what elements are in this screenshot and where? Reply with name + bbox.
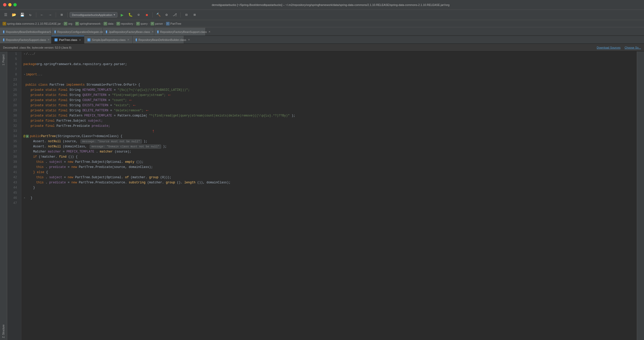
code-line-30: private static final Pattern PREFIX_TEMP…	[23, 113, 637, 118]
decompile-info: Decompiled .class file, bytecode version…	[3, 46, 597, 49]
import-ellipsis: ...	[37, 72, 43, 77]
line-num-39: 39	[7, 159, 19, 165]
chevron-down-icon: ▾	[114, 13, 115, 16]
eq-37: =	[63, 150, 66, 154]
build-icon[interactable]: 🔨	[155, 11, 162, 19]
sync-icon[interactable]: ↻	[27, 11, 34, 19]
breadcrumb-query-label: query	[141, 22, 148, 25]
code-line-46: ▸ }	[23, 195, 637, 201]
code-line-45	[23, 190, 637, 195]
tab-icon3: C	[106, 30, 107, 33]
download-sources-link[interactable]: Download Sources	[597, 46, 620, 49]
run-configuration[interactable]: DemodbjpastarbucksApplication ▾	[70, 12, 117, 17]
breadcrumb-parser[interactable]: P parser	[151, 22, 163, 25]
tab-repository-config-delegate[interactable]: C RepositoryConfigurationDelegate.class …	[51, 28, 103, 35]
sep7: ›	[164, 22, 165, 25]
tab-icon1: C	[3, 30, 4, 33]
tab-close7[interactable]: ✕	[127, 38, 129, 41]
code-line-23	[23, 77, 637, 82]
fold-icon-1[interactable]: ▸	[23, 51, 26, 57]
kw-private-26: private static final	[31, 93, 69, 97]
breadcrumb-springframework[interactable]: P springframework	[75, 22, 100, 25]
code-line-42: this . subject = new PartTree.Subject(Op…	[23, 175, 637, 180]
tab-label3: JpaRepositoryFactoryBean.class	[109, 30, 150, 33]
str-keyword: "(%s)(?=(\\p{Lu}|\\P{InBASIC_LATIN}))";	[117, 88, 190, 92]
tab-jpa-factory-bean[interactable]: C JpaRepositoryFactoryBean.class ✕	[103, 28, 154, 35]
breadcrumb-jar[interactable]: J spring-data-commons-2.1.10.RELEASE.jar	[3, 22, 61, 25]
close-42: (0)));	[160, 176, 171, 179]
jar-icon: J	[3, 22, 6, 25]
tab-label2: RepositoryConfigurationDelegate.class	[57, 30, 106, 33]
kw-new-42: new	[68, 176, 75, 179]
brace-close-46: }	[31, 196, 32, 200]
breadcrumb-repository[interactable]: P repository	[116, 22, 133, 25]
comma-34: ,	[80, 134, 82, 139]
minimize-button[interactable]	[8, 3, 12, 6]
line-num-43: 43	[7, 180, 19, 185]
git-icon[interactable]: ⎇	[171, 11, 178, 19]
terminal-icon[interactable]: ⊟	[183, 11, 190, 19]
fold-icon-46[interactable]: ▸	[23, 195, 26, 201]
tab-close8[interactable]: ✕	[188, 38, 190, 41]
project-panel-tab[interactable]: 1: Project	[1, 52, 6, 67]
tab-simple-jpa[interactable]: C SimpleJpaRepository.class ✕	[84, 36, 133, 43]
str-prefix: "^(find|read|get|query|stream|count|exis…	[149, 114, 290, 118]
tab-factory-bean-support[interactable]: C RepositoryFactoryBeanSupport.class ✕	[154, 28, 206, 35]
method-of: of	[125, 176, 129, 179]
tab-repository-bean-definition[interactable]: C RepositoryBeanDefinitionRegistrarSuppo…	[0, 28, 51, 35]
forward-icon[interactable]: →	[47, 11, 54, 19]
fold-icon-8[interactable]: ▸	[23, 72, 26, 77]
save-all-icon[interactable]: 💾	[19, 11, 26, 19]
if-close: ()) {	[68, 155, 78, 159]
tab-close6[interactable]: ✕	[79, 39, 81, 41]
structure-icon[interactable]: ⊞	[58, 11, 65, 19]
tab-bean-definition-builder[interactable]: C RepositoryBeanDefinitionBuilder.class …	[133, 36, 184, 43]
close-button[interactable]	[3, 3, 6, 6]
tab-factory-support[interactable]: C RepositoryFactorySupport.class ✕	[0, 36, 51, 43]
breadcrumb-org[interactable]: P org	[64, 22, 72, 25]
sep1: ›	[62, 22, 63, 25]
line-num-1: 1	[7, 51, 19, 57]
tab-close3[interactable]: ✕	[152, 30, 154, 33]
sep3: ›	[102, 22, 103, 25]
breadcrumb-data[interactable]: P data	[104, 22, 113, 25]
type-string-27: String	[69, 99, 82, 102]
tab-close4[interactable]: ✕	[208, 30, 210, 33]
run-button[interactable]: ▶	[118, 11, 126, 19]
field-predicate-40: predicate	[49, 165, 66, 169]
line-num-32: 32	[7, 123, 19, 129]
close-39: ());	[136, 160, 144, 164]
line-num-26: 26	[7, 93, 19, 98]
tab-parttree[interactable]: C PartTree.class ✕	[51, 36, 84, 43]
paren-close-34: ) {	[117, 134, 123, 139]
tools-icon[interactable]: ⚙	[163, 11, 170, 19]
eq-25: =	[114, 88, 117, 92]
brace-41: {	[46, 171, 48, 174]
structure-panel-tab[interactable]: Z: Structure	[1, 323, 6, 340]
stop-button[interactable]: ◼	[143, 11, 150, 19]
eq-40: =	[68, 165, 71, 169]
coverage-button[interactable]: ⊙	[135, 11, 142, 19]
code-text-area[interactable]: ▸ /.../ package org.springframework.data…	[21, 51, 637, 340]
pkg-icon6: P	[151, 22, 154, 25]
arrow-29: ←	[146, 108, 149, 113]
kw-public-34: public	[30, 134, 41, 139]
breadcrumb-query[interactable]: P query	[136, 22, 148, 25]
maximize-button[interactable]	[13, 3, 17, 6]
breadcrumb-parttree[interactable]: C PartTree	[166, 22, 181, 25]
tab-icon8: C	[136, 38, 137, 41]
kw-new-40: new	[71, 165, 79, 169]
line-num-44: 44	[7, 185, 19, 190]
code-line-29: private static final String DELETE_PATTE…	[23, 108, 637, 113]
menu-icon[interactable]: ☰	[2, 11, 9, 19]
layout-icon[interactable]: ⊞	[191, 11, 198, 19]
choose-sources-link[interactable]: Choose So...	[624, 46, 641, 49]
debug-button[interactable]: 🐛	[127, 11, 134, 19]
tab-close5[interactable]: ✕	[48, 38, 50, 41]
back-icon[interactable]: ←	[38, 11, 45, 19]
kw-private-29: private static final	[31, 109, 69, 112]
param-source: source	[69, 134, 80, 139]
code-line-34: @ ◆ public PartTree ( String source , Cl…	[23, 134, 637, 139]
param-type-dc: Class<?>	[82, 134, 97, 139]
open-icon[interactable]: 📂	[10, 11, 17, 19]
